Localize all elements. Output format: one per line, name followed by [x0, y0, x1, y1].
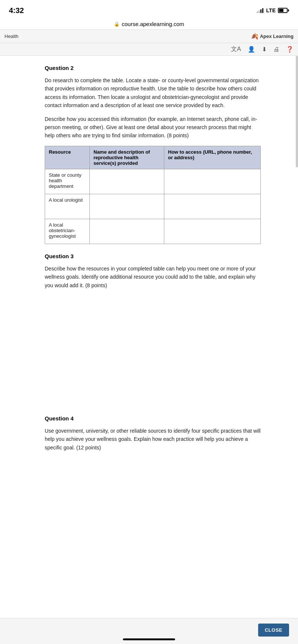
question4-paragraph1: Use government, university, or other rel…	[45, 427, 261, 452]
question4-answer-area	[45, 457, 261, 502]
table-header-access: How to access (URL, phone number, or add…	[164, 146, 261, 169]
question2-paragraph1: Do research to complete the table. Locat…	[45, 76, 261, 110]
question3-answer-area	[45, 295, 261, 406]
nav-brand-label: Health	[4, 33, 19, 39]
question3-block: Question 3 Describe how the resources in…	[45, 253, 261, 406]
table-cell-access-2	[164, 194, 261, 219]
scrollbar[interactable]	[296, 56, 298, 167]
download-icon[interactable]: ⬇	[262, 46, 267, 53]
translate-icon[interactable]: 文A	[231, 45, 241, 53]
close-button[interactable]: CLOSE	[258, 624, 289, 637]
question2-title: Question 2	[45, 65, 261, 71]
table-cell-access-1	[164, 169, 261, 194]
table-row: State or county health department	[45, 169, 261, 194]
status-bar: 4:32 LTE	[0, 0, 298, 19]
status-right: LTE	[257, 7, 289, 13]
toolbar: 文A 👤 ⬇ 🖨 ❓	[0, 43, 298, 56]
nav-bar: Health 🍂 Apex Learning	[0, 29, 298, 43]
table-row: A local obstetrician-gynecologist	[45, 219, 261, 244]
lock-icon: 🔒	[114, 22, 120, 27]
apex-icon: 🍂	[251, 33, 259, 40]
apex-label: Apex Learning	[260, 33, 294, 39]
print-icon[interactable]: 🖨	[273, 46, 279, 53]
question4-block: Question 4 Use government, university, o…	[45, 415, 261, 502]
table-cell-desc-3	[90, 219, 164, 244]
status-time: 4:32	[9, 6, 24, 15]
table-cell-desc-2	[90, 194, 164, 219]
lte-label: LTE	[266, 7, 276, 13]
help-icon[interactable]: ❓	[286, 46, 294, 53]
main-content: Question 2 Do research to complete the t…	[0, 56, 298, 519]
question2-paragraph2: Describe how you accessed this informati…	[45, 115, 261, 140]
question3-title: Question 3	[45, 253, 261, 259]
table-cell-access-3	[164, 219, 261, 244]
question2-block: Question 2 Do research to complete the t…	[45, 65, 261, 244]
apex-logo: 🍂 Apex Learning	[251, 33, 294, 40]
table-header-resource: Resource	[45, 146, 90, 169]
table-cell-resource-3: A local obstetrician-gynecologist	[45, 219, 90, 244]
home-indicator	[123, 638, 175, 640]
signal-icon	[257, 8, 263, 13]
question4-title: Question 4	[45, 415, 261, 422]
question3-paragraph1: Describe how the resources in your compl…	[45, 265, 261, 289]
url-bar[interactable]: 🔒 course.apexlearning.com	[0, 19, 298, 29]
table-cell-resource-2: A local urologist	[45, 194, 90, 219]
table-row: A local urologist	[45, 194, 261, 219]
table-header-description: Name and description of reproductive hea…	[90, 146, 164, 169]
battery-icon	[278, 8, 289, 13]
resource-table: Resource Name and description of reprodu…	[45, 146, 261, 244]
url-text: course.apexlearning.com	[122, 21, 184, 27]
bottom-bar: CLOSE	[0, 618, 298, 644]
table-cell-resource-1: State or county health department	[45, 169, 90, 194]
table-cell-desc-1	[90, 169, 164, 194]
person-voice-icon[interactable]: 👤	[248, 46, 255, 53]
